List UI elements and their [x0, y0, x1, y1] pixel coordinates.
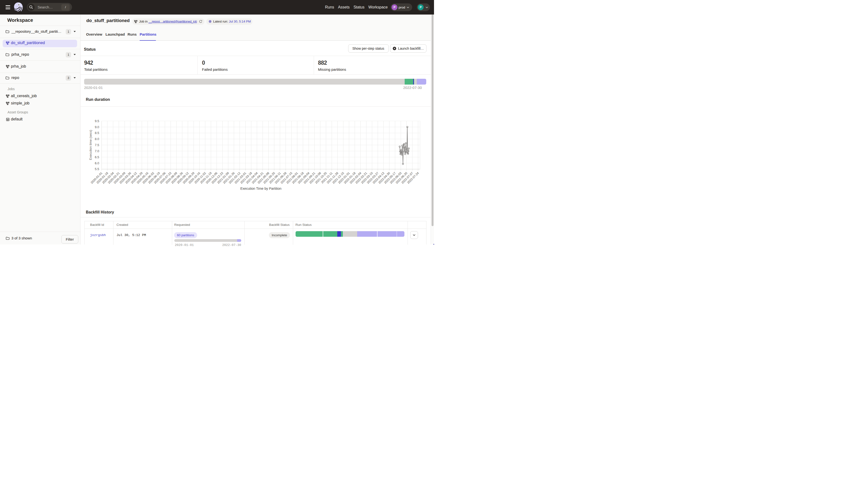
svg-text:7.0: 7.0	[95, 149, 99, 153]
svg-text:7.5: 7.5	[95, 143, 99, 147]
svg-text:8.5: 8.5	[95, 131, 99, 135]
svg-text:6.5: 6.5	[95, 155, 99, 159]
svg-text:Execution Time by Partition: Execution Time by Partition	[240, 187, 281, 191]
svg-text:9.0: 9.0	[95, 125, 99, 129]
svg-text:8.0: 8.0	[95, 137, 99, 141]
svg-text:5.5: 5.5	[95, 167, 99, 171]
svg-text:6.0: 6.0	[95, 161, 99, 165]
svg-text:9.5: 9.5	[95, 119, 99, 123]
svg-text:Execution time (secs): Execution time (secs)	[89, 130, 92, 160]
